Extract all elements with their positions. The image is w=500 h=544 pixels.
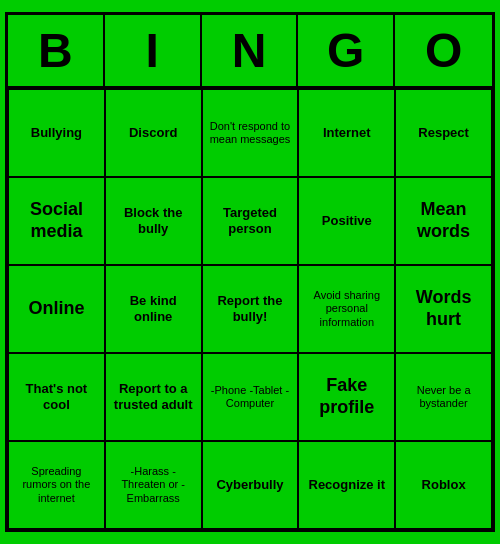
- letter-o: O: [395, 15, 492, 86]
- cell-5-3: Cyberbully: [202, 441, 299, 529]
- cell-4-1: That's not cool: [8, 353, 105, 441]
- cell-2-3: Targeted person: [202, 177, 299, 265]
- cell-4-4: Fake profile: [298, 353, 395, 441]
- cell-2-4: Positive: [298, 177, 395, 265]
- cell-5-2: -Harass -Threaten or -Embarrass: [105, 441, 202, 529]
- cell-5-1: Spreading rumors on the internet: [8, 441, 105, 529]
- bingo-grid: Bullying Discord Don't respond to mean m…: [8, 89, 492, 529]
- cell-4-3: -Phone -Tablet - Computer: [202, 353, 299, 441]
- letter-n: N: [202, 15, 299, 86]
- cell-5-5: Roblox: [395, 441, 492, 529]
- letter-b: B: [8, 15, 105, 86]
- cell-1-3: Don't respond to mean messages: [202, 89, 299, 177]
- cell-4-2: Report to a trusted adult: [105, 353, 202, 441]
- cell-1-1: Bullying: [8, 89, 105, 177]
- cell-5-4: Recognize it: [298, 441, 395, 529]
- cell-2-1: Social media: [8, 177, 105, 265]
- cell-1-2: Discord: [105, 89, 202, 177]
- cell-4-5: Never be a bystander: [395, 353, 492, 441]
- cell-2-5: Mean words: [395, 177, 492, 265]
- cell-2-2: Block the bully: [105, 177, 202, 265]
- letter-i: I: [105, 15, 202, 86]
- cell-3-1: Online: [8, 265, 105, 353]
- cell-3-4: Avoid sharing personal information: [298, 265, 395, 353]
- cell-3-3: Report the bully!: [202, 265, 299, 353]
- cell-1-4: Internet: [298, 89, 395, 177]
- bingo-card: B I N G O Bullying Discord Don't respond…: [5, 12, 495, 532]
- letter-g: G: [298, 15, 395, 86]
- bingo-header: B I N G O: [8, 15, 492, 89]
- cell-3-5: Words hurt: [395, 265, 492, 353]
- cell-1-5: Respect: [395, 89, 492, 177]
- cell-3-2: Be kind online: [105, 265, 202, 353]
